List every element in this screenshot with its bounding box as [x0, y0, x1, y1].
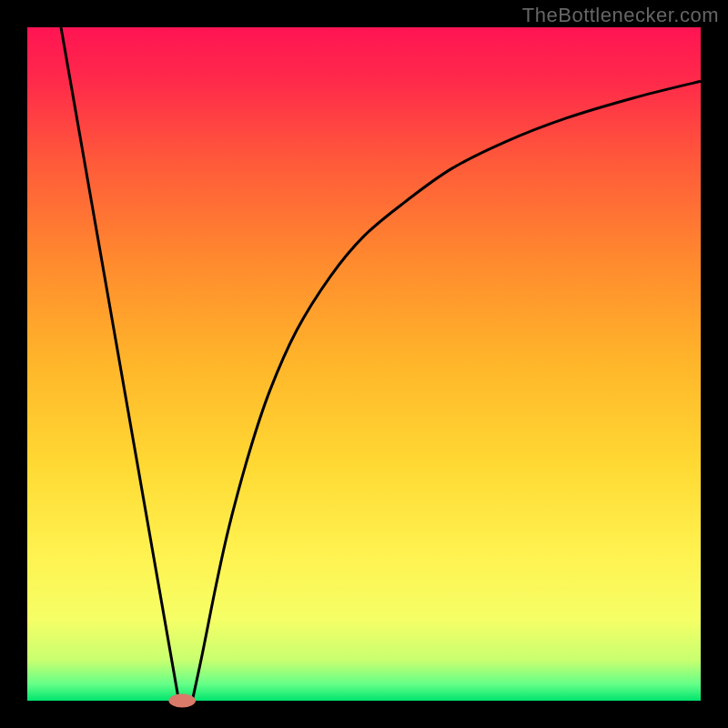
plot-background — [27, 27, 701, 701]
chart-outer: TheBottlenecker.com — [0, 0, 728, 728]
watermark-text: TheBottlenecker.com — [522, 4, 719, 27]
chart-svg — [0, 0, 728, 728]
minimum-marker — [168, 694, 196, 708]
